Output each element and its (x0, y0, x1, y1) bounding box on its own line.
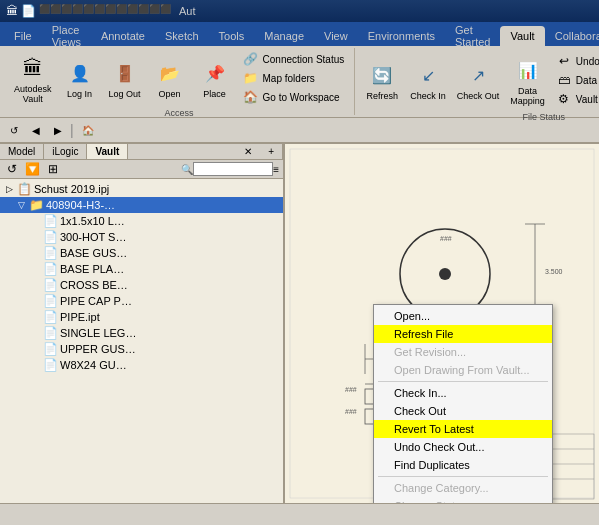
open-icon: 📂 (154, 57, 186, 89)
file-label-10: W8X24 GU… (60, 359, 127, 371)
file-label-3: BASE GUS… (60, 247, 127, 259)
vault-icon: 🏛 (17, 52, 49, 84)
status-bar (0, 503, 599, 525)
ctx-get-revision: Get Revision... (374, 343, 552, 361)
tab-get-started[interactable]: Get Started (445, 26, 500, 46)
file-icon-8: 📄 (42, 326, 58, 340)
tree-item-singleleg[interactable]: 📄 SINGLE LEG… (0, 325, 283, 341)
ctx-undo-check-out[interactable]: Undo Check Out... (374, 438, 552, 456)
panel-tab-model[interactable]: Model (0, 144, 44, 159)
data-mapping-button[interactable]: 📊 DataMapping (506, 52, 549, 108)
file-icon-10: 📄 (42, 358, 58, 372)
toolbar-back[interactable]: ◀ (26, 124, 46, 137)
place-label: Place (203, 89, 226, 99)
sync-icon[interactable]: ↺ (4, 161, 20, 177)
check-in-label: Check In (410, 91, 446, 101)
svg-text:3.500: 3.500 (545, 268, 563, 275)
file-label-6: PIPE CAP P… (60, 295, 132, 307)
ctx-find-duplicates[interactable]: Find Duplicates (374, 456, 552, 474)
check-out-button[interactable]: ↗ Check Out (453, 57, 504, 103)
right-panel: ### 3.500 ### ### Open... Refresh File G… (285, 144, 599, 503)
place-icon: 📌 (199, 57, 231, 89)
connection-icon: 🔗 (243, 51, 259, 67)
filter-icon[interactable]: 🔽 (22, 161, 43, 177)
toolbar-refresh[interactable]: ↺ (4, 124, 24, 137)
tab-annotate[interactable]: Annotate (91, 26, 155, 46)
tree-item-w8x24[interactable]: 📄 W8X24 GU… (0, 357, 283, 373)
file-icon-4: 📄 (42, 262, 58, 276)
refresh-button[interactable]: 🔄 Refresh (361, 57, 403, 103)
tab-collaborate[interactable]: Collaborate (545, 26, 599, 46)
tab-sketch[interactable]: Sketch (155, 26, 209, 46)
tree-item-uppergus[interactable]: 📄 UPPER GUS… (0, 341, 283, 357)
menu-icon[interactable]: ≡ (273, 164, 279, 175)
vault-options-icon: ⚙ (556, 91, 572, 107)
ctx-revert-to-latest[interactable]: Revert To Latest (374, 420, 552, 438)
tree-item-300hot[interactable]: 📄 300-HOT S… (0, 229, 283, 245)
ctx-check-in[interactable]: Check In... (374, 384, 552, 402)
app-icon: 🏛 (6, 4, 18, 18)
log-out-button[interactable]: 🚪 Log Out (104, 55, 146, 101)
tree-item-project[interactable]: ▷ 📋 Schust 2019.ipj (0, 181, 283, 197)
map-folders-label: Map folders (263, 73, 315, 84)
tree-view: ▷ 📋 Schust 2019.ipj ▽ 📁 408904-H3-… 📄 1x… (0, 179, 283, 503)
toolbar-home[interactable]: 🏠 (76, 124, 100, 137)
check-in-button[interactable]: ↙ Check In (406, 57, 450, 103)
tab-file[interactable]: File (4, 26, 42, 46)
open-button[interactable]: 📂 Open (149, 55, 191, 101)
autodesk-vault-button[interactable]: 🏛 AutodeskVault (10, 50, 56, 106)
vault-options-button[interactable]: ⚙ Vault Options (552, 90, 599, 108)
file-label-5: CROSS BE… (60, 279, 128, 291)
tree-item-pipe[interactable]: 📄 PIPE.ipt (0, 309, 283, 325)
tab-view[interactable]: View (314, 26, 358, 46)
ribbon-tabs: File Place Views Annotate Sketch Tools M… (0, 22, 599, 46)
project-icon: 📋 (16, 182, 32, 196)
connection-status-button[interactable]: 🔗 Connection Status (239, 50, 349, 68)
svg-text:###: ### (345, 408, 357, 415)
tree-item-crossbe[interactable]: 📄 CROSS BE… (0, 277, 283, 293)
undo-check-out-button[interactable]: ↩ Undo Check Out... (552, 52, 599, 70)
map-folders-button[interactable]: 📁 Map folders (239, 69, 349, 87)
panel-tab-ilogic[interactable]: iLogic (44, 144, 87, 159)
tab-vault[interactable]: Vault (500, 26, 544, 46)
check-out-icon: ↗ (462, 59, 494, 91)
data-cards-icon: 🗃 (556, 72, 572, 88)
file-label-1: 1x1.5x10 L… (60, 215, 125, 227)
place-button[interactable]: 📌 Place (194, 55, 236, 101)
ctx-open[interactable]: Open... (374, 307, 552, 325)
tree-item-basepla[interactable]: 📄 BASE PLA… (0, 261, 283, 277)
map-folders-icon: 📁 (243, 70, 259, 86)
tree-item-408904[interactable]: ▽ 📁 408904-H3-… (0, 197, 283, 213)
main-area: Model iLogic Vault ✕ + ↺ 🔽 ⊞ 🔍 ≡ ▷ 📋 Sch… (0, 144, 599, 503)
svg-point-8 (439, 268, 451, 280)
panel-tab-plus[interactable]: + (260, 144, 283, 159)
ribbon-group-access: 🏛 AutodeskVault 👤 Log In 🚪 Log Out 📂 Ope… (4, 48, 355, 115)
open-label: Open (159, 89, 181, 99)
search-input[interactable] (193, 162, 273, 176)
tab-manage[interactable]: Manage (254, 26, 314, 46)
go-to-workspace-button[interactable]: 🏠 Go to Workspace (239, 88, 349, 106)
undo-label: Undo Check Out... (576, 56, 599, 67)
tab-place-views[interactable]: Place Views (42, 26, 91, 46)
panel-tab-add[interactable]: ✕ (238, 144, 258, 159)
data-cards-button[interactable]: 🗃 Data Cards (552, 71, 599, 89)
toolbar-forward[interactable]: ▶ (48, 124, 68, 137)
tab-environments[interactable]: Environments (358, 26, 445, 46)
ribbon: 🏛 AutodeskVault 👤 Log In 🚪 Log Out 📂 Ope… (0, 46, 599, 118)
panel-tab-vault[interactable]: Vault (87, 144, 128, 159)
tree-item-pipecap[interactable]: 📄 PIPE CAP P… (0, 293, 283, 309)
tree-item-1x1[interactable]: 📄 1x1.5x10 L… (0, 213, 283, 229)
expand-arrow: ▷ (4, 184, 14, 194)
ctx-check-out[interactable]: Check Out (374, 402, 552, 420)
log-in-button[interactable]: 👤 Log In (59, 55, 101, 101)
expand-icon[interactable]: ⊞ (45, 161, 61, 177)
file-status-group-label: File Status (522, 110, 565, 122)
file-icon-6: 📄 (42, 294, 58, 308)
tab-tools[interactable]: Tools (209, 26, 255, 46)
ctx-refresh-file[interactable]: Refresh File (374, 325, 552, 343)
title-bar: 🏛 📄 ⬛⬛⬛⬛⬛⬛⬛⬛⬛⬛⬛⬛ Aut (0, 0, 599, 22)
context-menu: Open... Refresh File Get Revision... Ope… (373, 304, 553, 503)
file-status-small-buttons: ↩ Undo Check Out... 🗃 Data Cards ⚙ Vault… (552, 52, 599, 108)
tree-item-basegus[interactable]: 📄 BASE GUS… (0, 245, 283, 261)
file-label-4: BASE PLA… (60, 263, 124, 275)
